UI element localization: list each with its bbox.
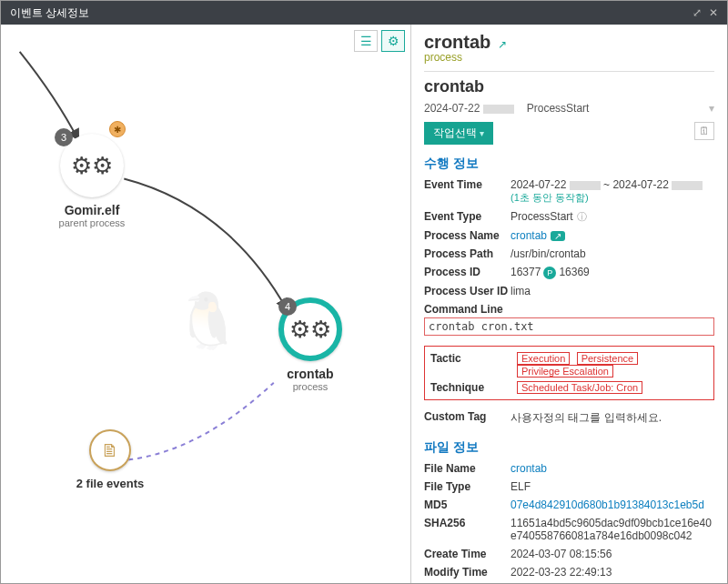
technique-chips: Scheduled Task/Job: Cron [517,381,708,394]
process-path: /usr/bin/crontab [511,247,714,260]
event-time: 2024-07-22 ~ 2024-07-22 (1초 동안 동작함) [511,178,714,205]
event-graph[interactable]: ☰ ⚙ 🐧 ⚙⚙ 3 ✱ Gomir.elf par [1,25,410,583]
action-select-button[interactable]: 작업선택 [424,122,493,145]
mitre-tags: Tactic Execution Persistence Privilege E… [424,346,714,400]
linux-icon: 🐧 [174,288,242,353]
settings-button[interactable]: ⚙ [381,30,405,52]
file-md5[interactable]: 07e4d842910d680b1b91384013c1eb5d [511,498,714,511]
calendar-icon[interactable]: 🗓 [694,122,714,140]
list-view-button[interactable]: ☰ [354,30,378,52]
node-parent-process[interactable]: ⚙⚙ 3 ✱ Gomir.elf parent process [28,134,156,228]
command-line: crontab cron.txt [424,317,714,336]
bug-icon: ✱ [109,121,126,137]
meta-row: 2024-07-22 ProcessStart ▾ [424,102,714,115]
section-file: 파일 정보 [424,439,714,456]
external-link-icon[interactable]: ↗ [498,38,507,51]
node-badge: 3 [55,128,73,146]
chip-technique[interactable]: Scheduled Task/Job: Cron [517,381,642,394]
document-icon: 🗎 [101,440,119,461]
event-type: ProcessStartⓘ [511,210,714,224]
titlebar-title: 이벤트 상세정보 [10,1,89,25]
process-user: lima [511,285,714,297]
node-title: Gomir.elf [65,203,120,217]
chip-tactic[interactable]: Persistence [577,352,638,365]
gears-icon: ⚙⚙ [289,316,331,344]
open-icon[interactable]: ↗ [551,231,565,241]
node-subtitle: process [293,381,329,392]
chip-tactic[interactable]: Privilege Escalation [517,365,613,378]
node-title: crontab [287,367,333,381]
node-selected-process[interactable]: ⚙⚙ 4 crontab process [247,297,374,392]
chip-tactic[interactable]: Execution [517,352,570,365]
help-icon[interactable]: ⓘ [577,211,587,222]
node-title: 2 file events [76,477,144,490]
redacted [483,105,514,114]
file-ctime: 2024-03-07 08:15:56 [511,548,714,560]
expand-icon[interactable]: ⤢ [693,1,702,25]
file-mtime: 2022-03-23 22:49:13 [511,566,714,579]
file-type: ELF [511,480,714,493]
page-title: crontab [424,32,490,53]
process-header: crontab [424,77,714,96]
close-icon[interactable]: ✕ [709,1,718,25]
node-badge: 4 [278,297,297,316]
titlebar: 이벤트 상세정보 ⤢ ✕ [1,1,727,25]
section-exec: 수행 정보 [424,156,714,172]
chevron-down-icon[interactable]: ▾ [709,102,714,115]
node-subtitle: parent process [59,217,126,228]
parent-icon: P [543,267,556,279]
entity-type: process [424,51,714,64]
file-sha256: 11651a4bd5c9605dac9df09bcb1ce16e40e74055… [511,517,714,542]
tactic-chips: Execution Persistence Privilege Escalati… [517,352,708,378]
process-id: 16377P16369 [511,266,714,279]
detail-panel: crontab ↗ process crontab 2024-07-22 Pro… [410,25,727,583]
file-name[interactable]: crontab [511,462,714,475]
custom-tag-input[interactable]: 사용자정의 태그를 입력하세요. [511,410,714,426]
gears-icon: ⚙⚙ [71,152,113,180]
node-file-events[interactable]: 🗎 2 file events [46,429,174,490]
process-name[interactable]: crontab↗ [511,229,714,242]
